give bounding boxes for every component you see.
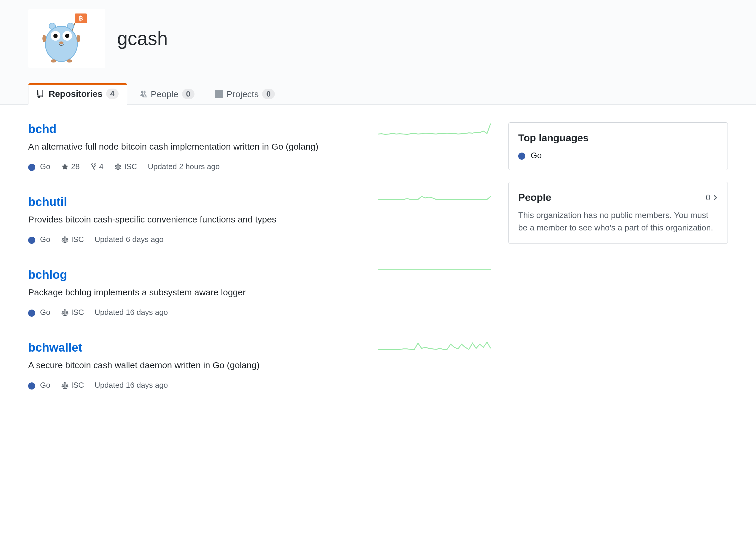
- activity-sparkline: [378, 195, 491, 213]
- activity-sparkline: [378, 268, 491, 286]
- repo-description: A secure bitcoin cash wallet daemon writ…: [28, 358, 354, 372]
- tab-count: 0: [262, 89, 275, 99]
- org-avatar[interactable]: ฿: [28, 9, 105, 68]
- svg-point-8: [53, 34, 58, 38]
- tab-people[interactable]: People 0: [130, 83, 203, 105]
- repo-description: Provides bitcoin cash-specific convenien…: [28, 213, 354, 226]
- language-dot: [28, 164, 35, 171]
- repo-description: Package bchlog implements a subsystem aw…: [28, 285, 354, 299]
- language-dot: [28, 237, 35, 244]
- people-icon: [139, 90, 147, 98]
- repo-meta: Go ISCUpdated 6 days ago: [28, 235, 366, 244]
- repo-forks[interactable]: 4: [90, 162, 103, 171]
- repo-updated: Updated 2 hours ago: [148, 162, 220, 171]
- repo-item: bchdAn alternative full node bitcoin cas…: [28, 122, 491, 183]
- svg-text:฿: ฿: [79, 15, 83, 22]
- people-count: 0: [706, 193, 710, 202]
- repo-item: bchutilProvides bitcoin cash-specific co…: [28, 183, 491, 256]
- repo-name-link[interactable]: bchwallet: [28, 341, 82, 354]
- tab-label: Repositories: [49, 89, 103, 99]
- fork-icon: [90, 163, 97, 171]
- language-dot: [28, 382, 35, 389]
- repo-name-link[interactable]: bchlog: [28, 268, 67, 281]
- project-icon: [215, 90, 223, 98]
- repo-license: ISC: [61, 381, 84, 390]
- people-count-link[interactable]: 0: [706, 193, 718, 202]
- repo-updated: Updated 16 days ago: [95, 308, 168, 317]
- repo-language[interactable]: Go: [28, 381, 50, 390]
- people-box: People 0 This organization has no public…: [508, 182, 728, 244]
- language-dot: [28, 309, 35, 317]
- repo-item: bchwalletA secure bitcoin cash wallet da…: [28, 329, 491, 402]
- tab-repositories[interactable]: Repositories 4: [28, 83, 127, 105]
- law-icon: [114, 163, 122, 171]
- repo-license: ISC: [61, 235, 84, 244]
- people-body: This organization has no public members.…: [518, 209, 718, 234]
- box-title: People: [518, 192, 551, 203]
- activity-sparkline: [378, 341, 491, 359]
- language-dot: [518, 153, 525, 160]
- tab-projects[interactable]: Projects 0: [206, 83, 283, 105]
- top-languages-box: Top languages Go: [508, 122, 728, 170]
- repo-icon: [37, 90, 45, 98]
- law-icon: [61, 309, 69, 316]
- repo-name-link[interactable]: bchutil: [28, 195, 67, 209]
- repo-description: An alternative full node bitcoin cash im…: [28, 140, 354, 153]
- repo-language[interactable]: Go: [28, 308, 50, 317]
- repo-language[interactable]: Go: [28, 162, 50, 171]
- language-item[interactable]: Go: [518, 151, 718, 160]
- svg-point-10: [59, 41, 63, 44]
- repo-language[interactable]: Go: [28, 235, 50, 244]
- repo-updated: Updated 16 days ago: [95, 381, 168, 390]
- tab-label: People: [151, 89, 178, 99]
- svg-point-12: [67, 59, 72, 63]
- sidebar: Top languages Go People 0 This organizat…: [508, 122, 728, 402]
- repo-stars[interactable]: 28: [61, 162, 80, 171]
- repo-name-link[interactable]: bchd: [28, 122, 57, 136]
- svg-point-13: [42, 35, 46, 42]
- tab-count: 4: [106, 89, 119, 99]
- svg-point-14: [76, 35, 80, 42]
- repo-updated: Updated 6 days ago: [95, 235, 164, 244]
- repo-meta: Go 28 4 ISCUpdated 2 hours ago: [28, 162, 366, 171]
- chevron-right-icon: [713, 194, 718, 202]
- repo-item: bchlogPackage bchlog implements a subsys…: [28, 256, 491, 329]
- svg-point-9: [65, 34, 69, 38]
- org-name: gcash: [117, 28, 168, 49]
- repo-list: bchdAn alternative full node bitcoin cas…: [28, 122, 491, 402]
- law-icon: [61, 236, 69, 244]
- repo-meta: Go ISCUpdated 16 days ago: [28, 381, 366, 390]
- star-icon: [61, 163, 69, 171]
- repo-license: ISC: [114, 162, 137, 171]
- box-title: Top languages: [518, 132, 718, 144]
- activity-sparkline: [378, 122, 491, 140]
- tab-count: 0: [182, 89, 194, 99]
- org-tabs: Repositories 4 People 0 Projects 0: [28, 83, 728, 104]
- law-icon: [61, 381, 69, 389]
- tab-label: Projects: [227, 89, 259, 99]
- repo-meta: Go ISCUpdated 16 days ago: [28, 308, 366, 317]
- repo-license: ISC: [61, 308, 84, 317]
- language-name: Go: [531, 151, 542, 160]
- svg-point-11: [51, 59, 56, 63]
